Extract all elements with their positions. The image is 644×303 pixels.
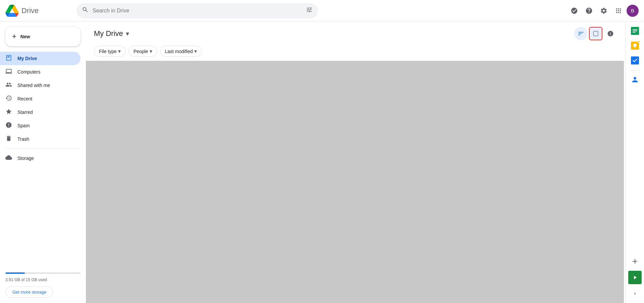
app-name: Drive (21, 6, 39, 15)
sidebar-item-computers[interactable]: Computers (0, 65, 80, 79)
trash-icon (5, 135, 12, 143)
sidebar-item-shared[interactable]: Shared with me (0, 79, 80, 92)
sidebar-item-label: Recent (17, 96, 32, 101)
right-panel-tasks[interactable] (628, 54, 642, 67)
drive-logo-icon (5, 4, 19, 17)
drive-title-area: My Drive ▾ (94, 29, 129, 38)
content-header: My Drive ▾ (86, 21, 625, 43)
get-more-storage-button[interactable]: Get more storage (5, 287, 53, 298)
right-panel-sheets[interactable] (628, 24, 642, 38)
main-content-area (86, 61, 624, 303)
filter-last-modified-label: Last modified (165, 49, 193, 54)
sidebar-item-starred[interactable]: Starred (0, 105, 80, 119)
sidebar-item-spam[interactable]: Spam (0, 119, 80, 132)
sidebar-item-label: Starred (17, 110, 33, 115)
svg-rect-5 (635, 47, 635, 48)
right-panel-divider (630, 70, 640, 70)
filter-file-type-label: File type (99, 49, 117, 54)
storage-bar-fill (5, 272, 25, 274)
app-header: Drive (0, 0, 644, 21)
sidebar-item-recent[interactable]: Recent (0, 92, 80, 105)
right-panel-contacts[interactable] (628, 73, 642, 86)
sort-button[interactable] (574, 27, 588, 40)
shared-icon (5, 81, 12, 90)
new-button[interactable]: + New (5, 27, 80, 46)
recent-icon (5, 95, 12, 103)
right-panel-keep[interactable] (628, 39, 642, 52)
sidebar-item-label: My Drive (17, 56, 37, 61)
keep-badge (638, 40, 640, 43)
sidebar-item-label: Storage (17, 156, 34, 161)
avatar[interactable]: B (627, 5, 639, 17)
filter-file-type[interactable]: File type ▾ (94, 46, 126, 57)
search-filter-icon[interactable] (306, 6, 313, 15)
svg-rect-2 (633, 31, 637, 31)
sidebar-item-label: Computers (17, 69, 40, 75)
sidebar-item-storage[interactable]: Storage (0, 152, 80, 165)
sidebar-item-label: Trash (17, 136, 29, 142)
storage-bar (5, 272, 80, 274)
help-button[interactable] (582, 4, 596, 17)
svg-rect-6 (631, 56, 639, 64)
storage-section: 3.91 GB of 15 GB used Get more storage (0, 267, 86, 300)
search-icon (82, 6, 89, 15)
search-bar[interactable] (76, 3, 318, 18)
right-panel (625, 21, 644, 303)
filter-people-chevron: ▾ (150, 48, 152, 54)
sidebar-item-trash[interactable]: Trash (0, 132, 80, 146)
logo-link[interactable]: Drive (5, 4, 72, 17)
apps-button[interactable] (612, 4, 625, 17)
filter-last-modified[interactable]: Last modified ▾ (160, 46, 202, 57)
sidebar-divider (5, 148, 80, 149)
sidebar-item-label: Spam (17, 123, 30, 128)
filter-people[interactable]: People ▾ (128, 46, 157, 57)
settings-button[interactable] (597, 4, 610, 17)
computers-icon (5, 68, 12, 76)
right-panel-green-item[interactable] (628, 271, 642, 284)
filter-bar: File type ▾ People ▾ Last modified ▾ (86, 43, 625, 61)
page-title: My Drive (94, 29, 123, 38)
title-chevron-icon[interactable]: ▾ (126, 30, 129, 38)
sidebar: + New My Drive Computers (0, 21, 86, 303)
new-plus-icon: + (12, 32, 16, 41)
svg-rect-3 (633, 32, 636, 33)
sidebar-item-label: Shared with me (17, 83, 50, 88)
search-input[interactable] (93, 8, 302, 14)
right-panel-add-button[interactable] (628, 255, 642, 268)
info-button[interactable] (604, 27, 617, 40)
right-panel-expand-button[interactable] (628, 287, 642, 300)
view-controls (574, 27, 617, 40)
list-view-button[interactable] (589, 27, 602, 40)
spam-icon (5, 122, 12, 130)
my-drive-icon (5, 54, 12, 63)
svg-rect-1 (633, 29, 637, 30)
filter-file-type-chevron: ▾ (118, 48, 121, 54)
content-area: My Drive ▾ (86, 21, 625, 303)
filter-people-label: People (133, 49, 148, 54)
storage-icon (5, 154, 12, 163)
starred-icon (5, 108, 12, 117)
filter-last-modified-chevron: ▾ (194, 48, 197, 54)
checklist-button[interactable] (568, 4, 581, 17)
header-actions: B (568, 4, 639, 17)
sidebar-item-my-drive[interactable]: My Drive (0, 52, 80, 65)
storage-text: 3.91 GB of 15 GB used (5, 277, 47, 282)
main-layout: + New My Drive Computers (0, 21, 644, 303)
new-button-label: New (20, 34, 30, 39)
